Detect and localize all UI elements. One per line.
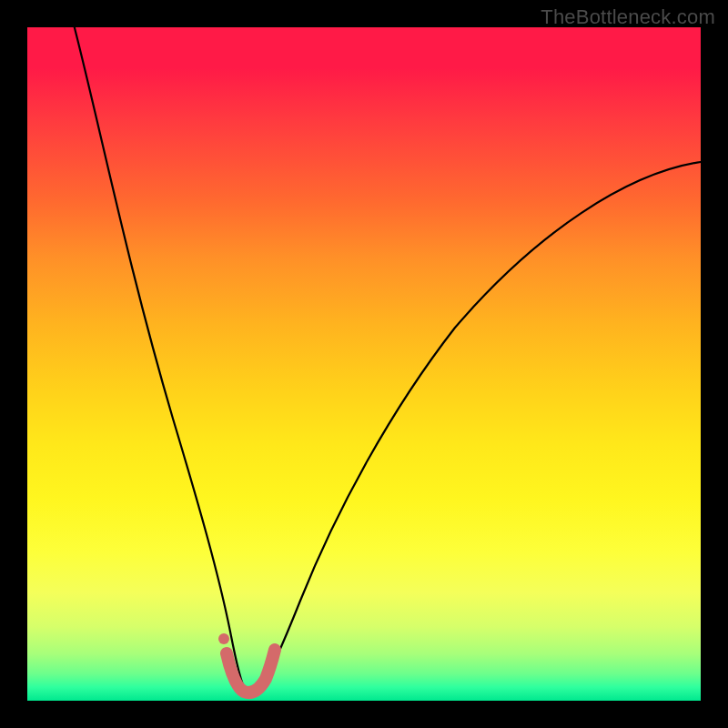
- curve-layer: [27, 27, 701, 701]
- highlight-band: [227, 650, 275, 693]
- highlight-dot: [218, 633, 229, 644]
- chart-frame: TheBottleneck.com: [0, 0, 728, 728]
- watermark: TheBottleneck.com: [541, 5, 715, 29]
- bottleneck-curve: [75, 27, 701, 693]
